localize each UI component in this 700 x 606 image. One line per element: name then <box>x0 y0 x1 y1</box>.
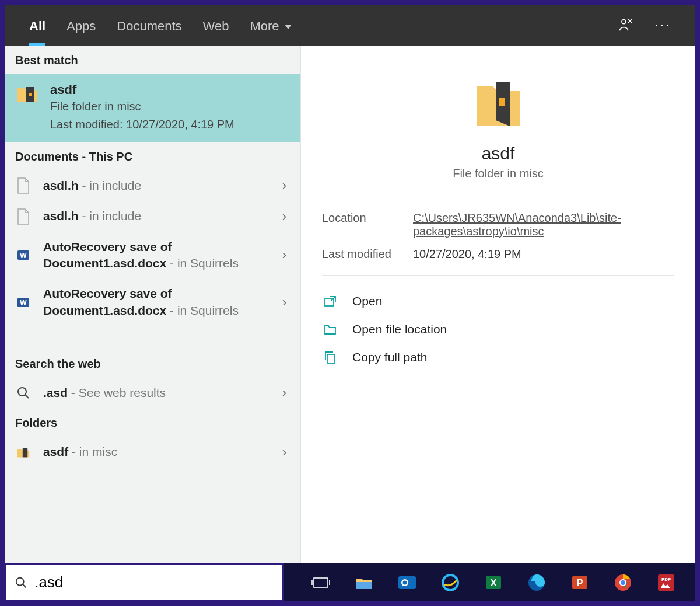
edge-icon[interactable] <box>525 571 548 594</box>
tab-all[interactable]: All <box>19 5 56 46</box>
task-view-icon[interactable] <box>309 571 332 594</box>
result-web[interactable]: .asd - See web results › <box>5 378 300 408</box>
file-icon <box>15 208 32 225</box>
folder-icon <box>15 444 32 461</box>
svg-text:P: P <box>577 578 583 588</box>
section-folders: Folders <box>5 408 300 437</box>
folder-icon <box>15 82 38 106</box>
chevron-right-icon: › <box>282 178 290 193</box>
location-value[interactable]: C:\Users\JR635WN\Anaconda3\Lib\site-pack… <box>413 211 674 238</box>
open-action[interactable]: Open <box>322 287 674 315</box>
word-doc-icon: W <box>15 247 32 263</box>
open-icon <box>322 293 338 309</box>
pdf-icon[interactable]: PDF <box>654 571 678 594</box>
search-icon <box>15 385 32 401</box>
open-location-action[interactable]: Open file location <box>322 315 674 343</box>
chevron-right-icon: › <box>282 209 290 224</box>
preview-subtitle: File folder in misc <box>453 167 544 180</box>
chevron-right-icon: › <box>282 295 290 310</box>
svg-point-27 <box>621 580 625 585</box>
tab-documents[interactable]: Documents <box>106 5 192 46</box>
results-panel: Best match asdf File folder in misc Last… <box>5 46 300 601</box>
svg-point-7 <box>18 388 26 396</box>
search-input[interactable] <box>34 573 274 591</box>
preview-panel: asdf File folder in misc Location C:\Use… <box>300 46 695 601</box>
folder-open-icon <box>322 321 338 337</box>
tab-apps[interactable]: Apps <box>56 5 106 46</box>
file-explorer-icon[interactable] <box>352 571 376 594</box>
chevron-right-icon: › <box>282 385 290 400</box>
modified-value: 10/27/2020, 4:19 PM <box>413 248 522 261</box>
result-document[interactable]: W AutoRecovery save of Document1.asd.doc… <box>5 278 300 326</box>
svg-rect-11 <box>327 354 335 363</box>
section-search-web: Search the web <box>5 349 300 378</box>
chevron-right-icon: › <box>282 445 290 460</box>
word-doc-icon: W <box>15 294 32 311</box>
search-box[interactable] <box>5 563 284 601</box>
svg-point-17 <box>403 580 407 584</box>
chevron-down-icon <box>283 22 292 31</box>
svg-text:X: X <box>491 578 497 588</box>
result-document[interactable]: W AutoRecovery save of Document1.asd.doc… <box>5 232 300 279</box>
best-match-modified: Last modified: 10/27/2020, 4:19 PM <box>50 118 290 131</box>
search-icon <box>15 576 27 590</box>
folder-icon-large <box>474 75 523 133</box>
powerpoint-icon[interactable]: P <box>568 571 592 594</box>
svg-text:W: W <box>20 252 27 260</box>
svg-text:W: W <box>20 299 27 307</box>
section-best-match: Best match <box>5 46 300 74</box>
copy-path-action[interactable]: Copy full path <box>322 343 674 371</box>
search-tabs: All Apps Documents Web More ··· <box>5 5 695 46</box>
copy-icon <box>322 349 338 365</box>
svg-rect-13 <box>314 578 328 587</box>
excel-icon[interactable]: X <box>482 571 505 594</box>
feedback-icon[interactable] <box>607 5 645 46</box>
location-label: Location <box>322 211 413 238</box>
modified-label: Last modified <box>322 248 413 261</box>
result-folder[interactable]: asdf - in misc › <box>5 437 300 467</box>
outlook-icon[interactable] <box>396 571 419 594</box>
best-match-subtitle: File folder in misc <box>50 100 290 113</box>
svg-rect-9 <box>499 98 505 106</box>
result-document[interactable]: asdl.h - in include › <box>5 201 300 231</box>
svg-text:PDF: PDF <box>662 577 671 582</box>
tab-more[interactable]: More <box>239 5 302 46</box>
chevron-right-icon: › <box>282 248 290 263</box>
svg-point-12 <box>16 577 24 585</box>
best-match-result[interactable]: asdf File folder in misc Last modified: … <box>5 74 300 142</box>
result-document[interactable]: asdl.h - in include › <box>5 170 300 201</box>
taskbar: X P PDF <box>5 563 695 601</box>
best-match-title: asdf <box>50 82 290 97</box>
section-documents: Documents - This PC <box>5 142 300 170</box>
internet-explorer-icon[interactable] <box>439 571 462 594</box>
svg-rect-8 <box>23 448 27 457</box>
svg-rect-14 <box>356 582 372 589</box>
file-icon <box>15 177 32 194</box>
svg-point-0 <box>622 20 626 24</box>
tab-web[interactable]: Web <box>192 5 240 46</box>
preview-title: asdf <box>482 144 515 163</box>
svg-rect-2 <box>29 93 32 96</box>
more-options-icon[interactable]: ··· <box>645 5 681 46</box>
chrome-icon[interactable] <box>611 571 635 594</box>
